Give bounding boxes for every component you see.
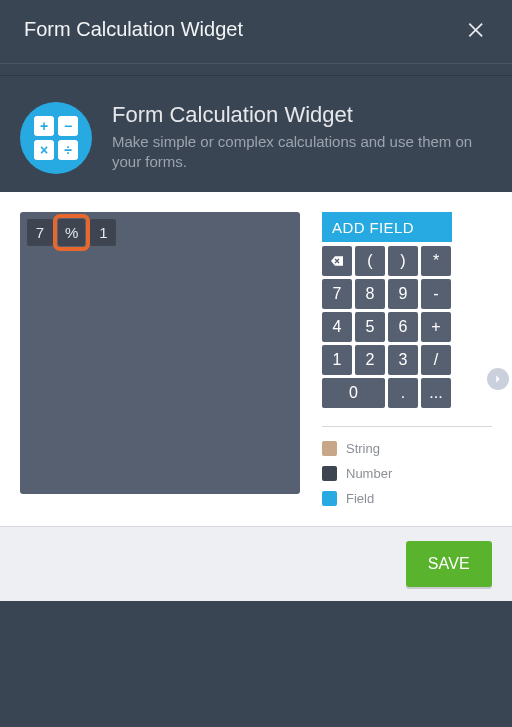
save-button[interactable]: SAVE [406, 541, 492, 587]
header-strip [0, 64, 512, 76]
widget-text: Form Calculation Widget Make simple or c… [112, 102, 492, 173]
legend-item: String [322, 441, 492, 456]
key-4[interactable]: 4 [322, 312, 352, 342]
more-key[interactable]: ... [421, 378, 451, 408]
modal-title: Form Calculation Widget [24, 18, 243, 41]
key-5[interactable]: 5 [355, 312, 385, 342]
key-2[interactable]: 2 [355, 345, 385, 375]
key-3[interactable]: 3 [388, 345, 418, 375]
legend-label: String [346, 441, 380, 456]
legend-swatch [322, 441, 337, 456]
legend-item: Number [322, 466, 492, 481]
icon-cell-mult: × [34, 140, 54, 160]
editor-card: 7%1 ADD FIELD ()*789-456+123/0.... Strin… [0, 192, 512, 526]
footer: SAVE [0, 526, 512, 601]
key-0[interactable]: 0 [322, 378, 385, 408]
legend-label: Number [346, 466, 392, 481]
legend-swatch [322, 466, 337, 481]
expand-keypad-arrow[interactable] [487, 368, 509, 390]
formula-editor[interactable]: 7%1 [20, 212, 300, 494]
key-([interactable]: ( [355, 246, 385, 276]
icon-cell-minus: − [58, 116, 78, 136]
key-7[interactable]: 7 [322, 279, 352, 309]
key-9[interactable]: 9 [388, 279, 418, 309]
key-+[interactable]: + [421, 312, 451, 342]
key-8[interactable]: 8 [355, 279, 385, 309]
formula-token[interactable]: % [58, 219, 85, 246]
icon-cell-plus: + [34, 116, 54, 136]
keypad: ()*789-456+123/0.... [322, 246, 492, 408]
key-1[interactable]: 1 [322, 345, 352, 375]
backspace-key[interactable] [322, 246, 352, 276]
key-.[interactable]: . [388, 378, 418, 408]
legend-item: Field [322, 491, 492, 506]
widget-header: + − × ÷ Form Calculation Widget Make sim… [0, 76, 512, 192]
legend-swatch [322, 491, 337, 506]
key-6[interactable]: 6 [388, 312, 418, 342]
legend-label: Field [346, 491, 374, 506]
key-)[interactable]: ) [388, 246, 418, 276]
legend: StringNumberField [322, 426, 492, 506]
icon-cell-div: ÷ [58, 140, 78, 160]
key-/[interactable]: / [421, 345, 451, 375]
widget-title: Form Calculation Widget [112, 102, 492, 128]
modal-header: Form Calculation Widget [0, 0, 512, 64]
calculator-icon: + − × ÷ [20, 102, 92, 174]
formula-token[interactable]: 7 [27, 219, 53, 246]
key-*[interactable]: * [421, 246, 451, 276]
add-field-button[interactable]: ADD FIELD [322, 212, 452, 242]
widget-description: Make simple or complex calculations and … [112, 132, 492, 173]
close-icon[interactable] [466, 19, 488, 41]
key--[interactable]: - [421, 279, 451, 309]
keypad-column: ADD FIELD ()*789-456+123/0.... StringNum… [322, 212, 492, 506]
formula-token[interactable]: 1 [90, 219, 116, 246]
